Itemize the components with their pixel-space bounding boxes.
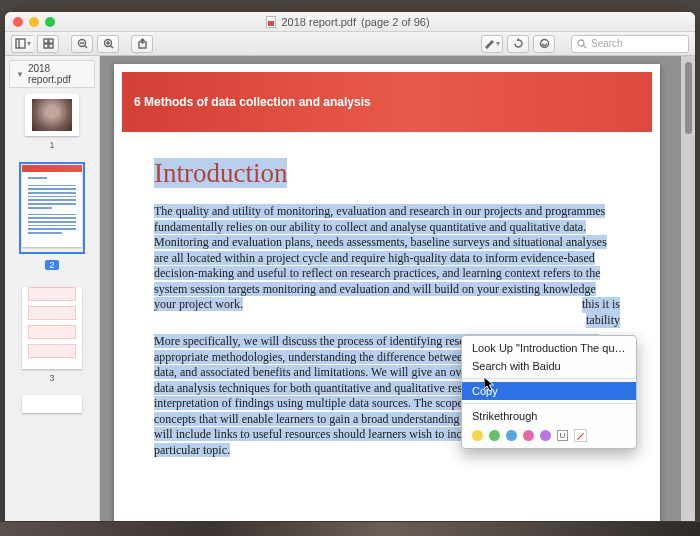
chevron-down-icon: ▾ bbox=[496, 39, 500, 48]
sidebar-document-tab[interactable]: ▼ 2018 report.pdf bbox=[9, 60, 95, 88]
highlight-blue-icon[interactable] bbox=[506, 430, 517, 441]
markup-button[interactable] bbox=[533, 35, 555, 53]
menu-separator bbox=[462, 403, 636, 404]
window-title: 2018 report.pdf (page 2 of 96) bbox=[55, 16, 641, 28]
page-number-2: 2 bbox=[45, 260, 58, 270]
zoom-in-button[interactable] bbox=[97, 35, 119, 53]
page-canvas[interactable]: 6 Methods of data collection and analysi… bbox=[114, 64, 660, 521]
highlight-pink-icon[interactable] bbox=[523, 430, 534, 441]
menu-item-copy[interactable]: Copy bbox=[462, 382, 636, 400]
view-sidebar-button[interactable]: ▾ bbox=[11, 35, 33, 53]
section-header-text: 6 Methods of data collection and analysi… bbox=[134, 95, 371, 109]
document-viewer[interactable]: 6 Methods of data collection and analysi… bbox=[100, 56, 695, 521]
paragraph-1[interactable]: The quality and utility of monitoring, e… bbox=[154, 204, 620, 328]
zoom-window-icon[interactable] bbox=[45, 17, 55, 27]
zoom-in-icon bbox=[103, 38, 114, 49]
page-number-1: 1 bbox=[5, 140, 99, 150]
heading-introduction: Introduction bbox=[154, 158, 287, 188]
sidebar-icon bbox=[15, 38, 26, 49]
share-icon bbox=[137, 38, 148, 49]
section-header-band: 6 Methods of data collection and analysi… bbox=[122, 72, 652, 132]
rotate-button[interactable] bbox=[507, 35, 529, 53]
markup-toolbar-icon bbox=[539, 38, 550, 49]
window-controls bbox=[13, 17, 55, 27]
highlight-button[interactable]: ▾ bbox=[481, 35, 503, 53]
zoom-out-icon bbox=[77, 38, 88, 49]
rotate-icon bbox=[513, 38, 524, 49]
svg-point-15 bbox=[540, 40, 548, 48]
sidebar-tab-label: 2018 report.pdf bbox=[28, 63, 88, 85]
svg-rect-0 bbox=[16, 39, 25, 48]
context-menu: Look Up "Introduction The quality..." Se… bbox=[461, 335, 637, 449]
page-indicator: (page 2 of 96) bbox=[361, 16, 430, 28]
underline-icon[interactable]: U bbox=[557, 430, 568, 441]
grid-icon bbox=[43, 38, 54, 49]
svg-rect-5 bbox=[49, 44, 53, 48]
menu-highlight-colors: U bbox=[462, 425, 636, 445]
pdf-file-icon bbox=[266, 16, 276, 28]
menu-item-strikethrough[interactable]: Strikethrough bbox=[462, 407, 636, 425]
page-number-3: 3 bbox=[5, 373, 99, 383]
highlight-icon bbox=[484, 38, 495, 49]
thumbnail-sidebar[interactable]: ▼ 2018 report.pdf 1 bbox=[5, 56, 100, 521]
desktop-background bbox=[0, 522, 700, 536]
search-field[interactable]: Search bbox=[571, 35, 689, 53]
close-window-icon[interactable] bbox=[13, 17, 23, 27]
view-mode-button[interactable] bbox=[37, 35, 59, 53]
svg-rect-4 bbox=[44, 44, 48, 48]
minimize-window-icon[interactable] bbox=[29, 17, 39, 27]
document-name: 2018 report.pdf bbox=[281, 16, 356, 28]
preview-window: 2018 report.pdf (page 2 of 96) ▾ ▾ bbox=[5, 12, 695, 521]
svg-rect-2 bbox=[44, 39, 48, 43]
search-icon bbox=[577, 39, 587, 49]
menu-item-search-baidu[interactable]: Search with Baidu bbox=[462, 357, 636, 375]
remove-highlight-icon[interactable] bbox=[574, 429, 587, 442]
share-button[interactable] bbox=[131, 35, 153, 53]
thumbnail-page-2[interactable] bbox=[22, 165, 82, 247]
thumbnail-page-4[interactable] bbox=[22, 395, 82, 413]
svg-line-10 bbox=[110, 46, 113, 49]
svg-line-7 bbox=[84, 46, 87, 49]
menu-separator bbox=[462, 378, 636, 379]
highlight-green-icon[interactable] bbox=[489, 430, 500, 441]
thumbnail-page-3[interactable] bbox=[22, 287, 82, 369]
zoom-out-button[interactable] bbox=[71, 35, 93, 53]
disclosure-triangle-icon[interactable]: ▼ bbox=[16, 70, 24, 79]
svg-rect-3 bbox=[49, 39, 53, 43]
search-placeholder: Search bbox=[591, 38, 623, 49]
highlight-yellow-icon[interactable] bbox=[472, 430, 483, 441]
scrollbar-thumb[interactable] bbox=[685, 62, 692, 134]
toolbar: ▾ ▾ Search bbox=[5, 32, 695, 56]
svg-line-17 bbox=[583, 45, 586, 48]
vertical-scrollbar[interactable] bbox=[681, 56, 695, 521]
svg-point-16 bbox=[578, 40, 584, 46]
highlight-purple-icon[interactable] bbox=[540, 430, 551, 441]
menu-item-lookup[interactable]: Look Up "Introduction The quality..." bbox=[462, 339, 636, 357]
thumbnail-page-1[interactable] bbox=[25, 94, 79, 136]
titlebar[interactable]: 2018 report.pdf (page 2 of 96) bbox=[5, 12, 695, 32]
chevron-down-icon: ▾ bbox=[27, 39, 31, 48]
